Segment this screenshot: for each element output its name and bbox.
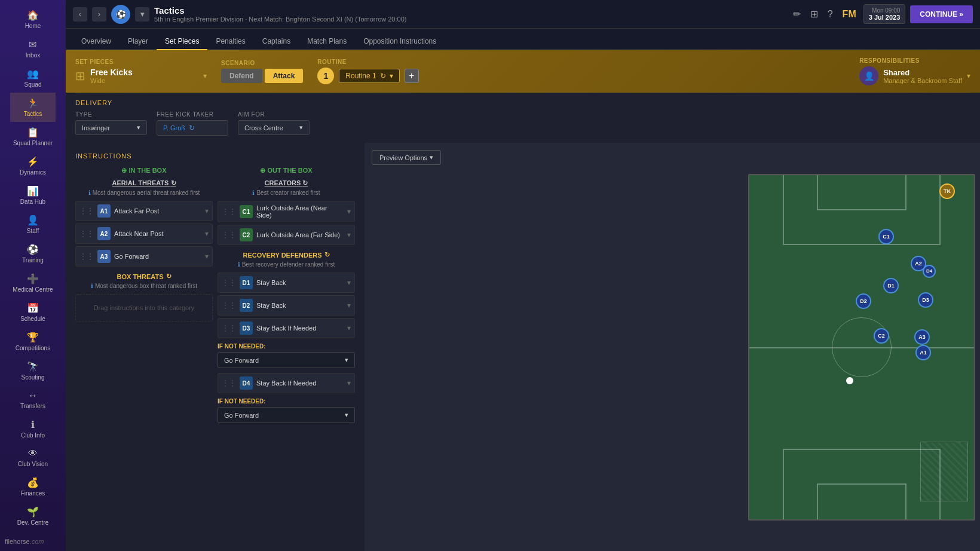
aim-select[interactable]: Cross Centre ▾: [238, 120, 310, 135]
recovery-d4-row[interactable]: ⋮⋮ D4 Stay Back If Needed ▾: [218, 373, 355, 393]
recovery-d2-row[interactable]: ⋮⋮ D2 Stay Back ▾: [218, 295, 355, 316]
c1-expand-icon[interactable]: ▾: [347, 207, 351, 216]
delivery-row: TYPE Inswinger ▾ FREE KICK TAKER P. Groß…: [75, 111, 970, 136]
if-not-select-2[interactable]: Go Forward ▾: [218, 407, 355, 423]
taker-select[interactable]: P. Groß ↻: [157, 120, 228, 136]
player-token-tk[interactable]: TK: [939, 183, 955, 199]
drag-handle[interactable]: ⋮⋮: [79, 207, 94, 215]
defend-button[interactable]: Defend: [221, 69, 262, 83]
tab-captains[interactable]: Captains: [254, 33, 299, 50]
nav-back-button[interactable]: ‹: [73, 7, 87, 22]
penalty-area-top-r: [939, 175, 941, 244]
tab-overview[interactable]: Overview: [73, 33, 120, 50]
routine-selector[interactable]: Routine 1 ↻ ▾: [339, 69, 399, 83]
help-icon[interactable]: ?: [825, 7, 835, 22]
sidebar-item-training[interactable]: ⚽ Training: [10, 239, 55, 268]
creator-c2-row[interactable]: ⋮⋮ C2 Lurk Outside Area (Far Side) ▾: [218, 225, 355, 245]
drag-handle[interactable]: ⋮⋮: [222, 207, 236, 216]
tab-player[interactable]: Player: [120, 33, 157, 50]
creator-c1-row[interactable]: ⋮⋮ C1 Lurk Outside Area (Near Side) ▾: [218, 201, 355, 222]
drag-handle[interactable]: ⋮⋮: [222, 324, 236, 332]
type-select[interactable]: Inswinger ▾: [75, 120, 147, 135]
player-token-d2[interactable]: D2: [856, 293, 871, 309]
c2-expand-icon[interactable]: ▾: [347, 231, 351, 239]
tab-penalties[interactable]: Penalties: [207, 33, 253, 50]
tab-opposition-instructions[interactable]: Opposition Instructions: [355, 33, 445, 50]
player-token-a3[interactable]: A3: [914, 329, 930, 345]
sidebar: 🏠 Home✉ Inbox👥 Squad🏃 Tactics📋 Squad Pla…: [0, 0, 66, 551]
aim-label: AIM FOR: [238, 111, 310, 118]
center-circle: [832, 317, 892, 377]
sidebar-icon: ⚽: [27, 244, 39, 255]
sidebar-icon: ✉: [29, 39, 36, 50]
drag-handle[interactable]: ⋮⋮: [79, 252, 94, 261]
set-pieces-dropdown-icon[interactable]: ▾: [203, 72, 207, 80]
drag-handle[interactable]: ⋮⋮: [79, 229, 94, 238]
d1-expand-icon[interactable]: ▾: [347, 278, 351, 287]
edit-icon[interactable]: ✏: [791, 6, 803, 22]
sidebar-item-inbox[interactable]: ✉ Inbox: [10, 34, 55, 63]
preview-options-button[interactable]: Preview Options ▾: [372, 150, 441, 165]
sidebar-item-finances[interactable]: 💰 Finances: [10, 472, 55, 501]
recovery-d1-row[interactable]: ⋮⋮ D1 Stay Back ▾: [218, 273, 355, 293]
a1-expand-icon[interactable]: ▾: [205, 207, 209, 215]
sidebar-label: Schedule: [20, 316, 45, 322]
if-not-select-1[interactable]: Go Forward ▾: [218, 352, 355, 368]
sidebar-item-home[interactable]: 🏠 Home: [10, 5, 55, 34]
d4-expand-icon[interactable]: ▾: [347, 379, 351, 387]
sidebar-item-tactics[interactable]: 🏃 Tactics: [10, 93, 55, 122]
sidebar-icon: 📅: [27, 302, 39, 314]
routine-add-button[interactable]: +: [405, 69, 419, 83]
player-token-d4[interactable]: D4: [923, 265, 936, 278]
sidebar-item-squad-planner[interactable]: 📋 Squad Planner: [10, 122, 55, 151]
sidebar-item-transfers[interactable]: ↔ Transfers: [10, 385, 55, 414]
sidebar-item-competitions[interactable]: 🏆 Competitions: [10, 327, 55, 356]
box-threats-refresh-icon[interactable]: ↻: [166, 273, 172, 280]
drag-handle[interactable]: ⋮⋮: [222, 231, 236, 239]
sidebar-item-squad[interactable]: 👥 Squad: [10, 63, 55, 93]
drag-handle[interactable]: ⋮⋮: [222, 278, 236, 287]
player-token-d3[interactable]: D3: [918, 292, 933, 308]
sidebar-item-scouting[interactable]: 🔭 Scouting: [10, 356, 55, 385]
d2-expand-icon[interactable]: ▾: [347, 301, 351, 310]
aerial-a1-row[interactable]: ⋮⋮ A1 Attack Far Post ▾: [75, 201, 213, 221]
sidebar-label: Home: [25, 23, 41, 29]
sidebar-item-club-info[interactable]: ℹ Club Info: [10, 414, 55, 443]
c1-badge: C1: [240, 205, 253, 218]
a3-badge: A3: [97, 250, 111, 263]
a2-expand-icon[interactable]: ▾: [205, 229, 209, 238]
sidebar-item-schedule[interactable]: 📅 Schedule: [10, 298, 55, 327]
sidebar-item-medical-centre[interactable]: ➕ Medical Centre: [10, 268, 55, 298]
sidebar-item-dev--centre[interactable]: 🌱 Dev. Centre: [10, 501, 55, 531]
tactics-icon[interactable]: ⊞: [808, 6, 820, 22]
fm-logo[interactable]: FM: [840, 7, 859, 22]
tab-match-plans[interactable]: Match Plans: [299, 33, 355, 50]
sidebar-label: Inbox: [26, 52, 40, 59]
refresh-icon[interactable]: ↻: [189, 124, 195, 132]
responsibilities-dropdown-icon[interactable]: ▾: [967, 72, 970, 80]
player-token-c1[interactable]: C1: [878, 229, 894, 244]
recovery-refresh-icon[interactable]: ↻: [324, 251, 330, 259]
team-dropdown-button[interactable]: ▾: [135, 7, 149, 22]
d3-text: Stay Back If Needed: [256, 325, 344, 332]
aerial-refresh-icon[interactable]: ↻: [171, 179, 176, 186]
a3-expand-icon[interactable]: ▾: [205, 252, 209, 261]
aerial-a2-row[interactable]: ⋮⋮ A2 Attack Near Post ▾: [75, 224, 213, 244]
sidebar-item-staff[interactable]: 👤 Staff: [10, 210, 55, 239]
recovery-d3-row[interactable]: ⋮⋮ D3 Stay Back If Needed ▾: [218, 318, 355, 338]
player-token-c2[interactable]: C2: [874, 328, 889, 344]
d3-expand-icon[interactable]: ▾: [347, 324, 351, 332]
drag-handle[interactable]: ⋮⋮: [222, 379, 236, 387]
sidebar-item-dynamics[interactable]: ⚡ Dynamics: [10, 151, 55, 180]
player-token-d1[interactable]: D1: [883, 278, 899, 293]
aerial-a3-row[interactable]: ⋮⋮ A3 Go Forward ▾: [75, 246, 213, 267]
nav-forward-button[interactable]: ›: [92, 7, 106, 22]
continue-button[interactable]: CONTINUE »: [910, 5, 973, 23]
sidebar-item-club-vision[interactable]: 👁 Club Vision: [10, 443, 55, 472]
sidebar-item-data-hub[interactable]: 📊 Data Hub: [10, 180, 55, 210]
drag-handle[interactable]: ⋮⋮: [222, 301, 236, 310]
attack-button[interactable]: Attack: [265, 69, 304, 83]
player-token-a1[interactable]: A1: [915, 345, 931, 360]
tab-set-pieces[interactable]: Set Pieces: [157, 33, 207, 50]
creators-refresh-icon[interactable]: ↻: [302, 179, 308, 186]
